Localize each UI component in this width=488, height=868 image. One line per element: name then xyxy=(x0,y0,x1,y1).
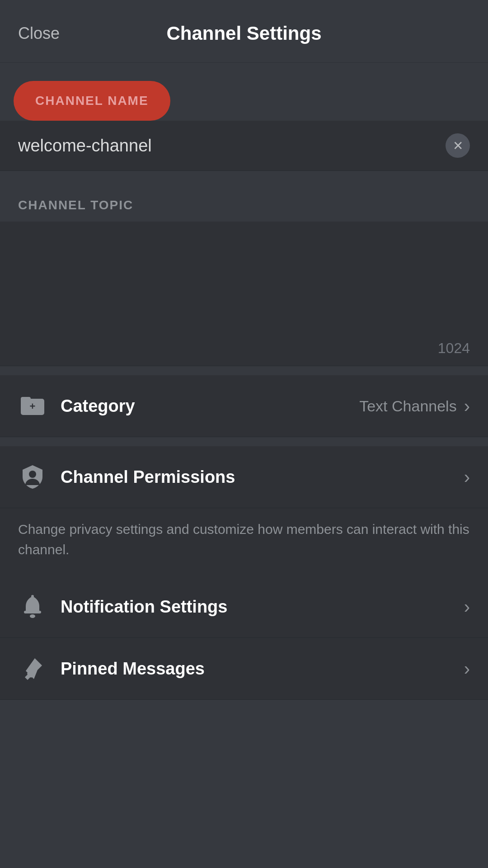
permissions-icon xyxy=(18,462,47,491)
notification-settings-title: Notification Settings xyxy=(61,597,227,616)
pinned-messages-right: › xyxy=(464,659,470,679)
close-button[interactable]: Close xyxy=(18,24,60,43)
category-right: Text Channels › xyxy=(359,396,470,416)
channel-permissions-content: Channel Permissions xyxy=(61,467,464,487)
notification-settings-content: Notification Settings xyxy=(61,597,464,617)
category-row[interactable]: + Category Text Channels › xyxy=(0,375,488,437)
chevron-right-icon-permissions: › xyxy=(464,467,470,487)
pin-icon xyxy=(18,654,47,683)
svg-text:+: + xyxy=(30,401,36,412)
chevron-right-icon: › xyxy=(464,396,470,416)
chevron-right-icon-pinned: › xyxy=(464,659,470,679)
channel-permissions-row[interactable]: Channel Permissions › xyxy=(0,446,488,508)
channel-name-input-row[interactable]: welcome-channel ✕ xyxy=(0,121,488,171)
svg-point-3 xyxy=(29,471,36,478)
header: Close Channel Settings xyxy=(0,0,488,63)
channel-permissions-description: Change privacy settings and customize ho… xyxy=(0,508,488,576)
svg-point-6 xyxy=(31,595,34,598)
channel-permissions-right: › xyxy=(464,467,470,487)
page-title: Channel Settings xyxy=(166,23,321,44)
category-icon: + xyxy=(18,392,47,420)
notification-settings-right: › xyxy=(464,597,470,617)
category-value: Text Channels xyxy=(359,397,456,415)
svg-rect-4 xyxy=(24,611,41,613)
notification-settings-row[interactable]: Notification Settings › xyxy=(0,576,488,638)
channel-name-section: CHANNEL NAME xyxy=(0,63,488,121)
char-count: 1024 xyxy=(438,340,470,357)
divider-1 xyxy=(0,171,488,180)
channel-topic-label: CHANNEL TOPIC xyxy=(0,180,488,222)
pinned-messages-title: Pinned Messages xyxy=(61,659,205,678)
chevron-right-icon-notifications: › xyxy=(464,597,470,617)
channel-permissions-title: Channel Permissions xyxy=(61,467,235,486)
channel-topic-section: CHANNEL TOPIC 1024 xyxy=(0,180,488,366)
channel-name-value: welcome-channel xyxy=(18,136,446,156)
divider-2 xyxy=(0,366,488,375)
close-icon: ✕ xyxy=(453,138,463,153)
clear-channel-name-button[interactable]: ✕ xyxy=(446,133,470,158)
channel-name-tab[interactable]: CHANNEL NAME xyxy=(14,81,170,121)
channel-permissions-section: Channel Permissions › Change privacy set… xyxy=(0,446,488,576)
category-label: Category xyxy=(61,396,359,416)
pinned-messages-content: Pinned Messages xyxy=(61,659,464,679)
divider-3 xyxy=(0,437,488,446)
channel-topic-input[interactable]: 1024 xyxy=(0,222,488,366)
svg-point-5 xyxy=(30,614,35,618)
pinned-messages-row[interactable]: Pinned Messages › xyxy=(0,638,488,700)
notification-icon xyxy=(18,592,47,621)
